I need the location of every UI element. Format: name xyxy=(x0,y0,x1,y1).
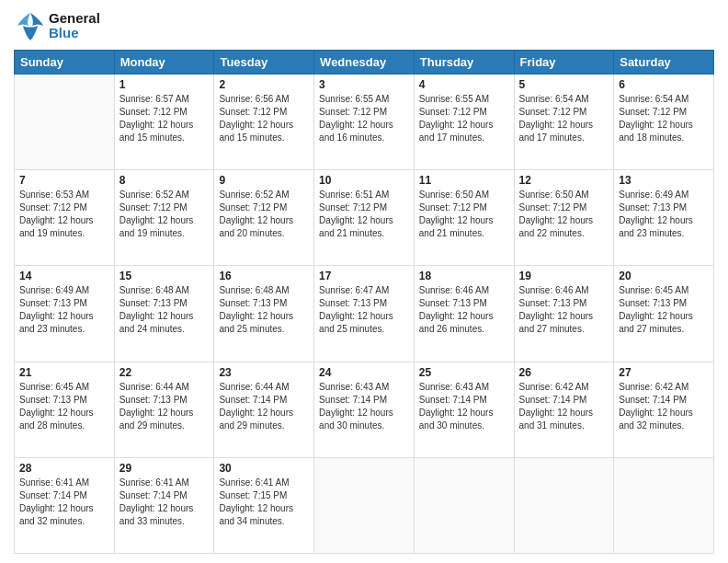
calendar-cell: 27Sunrise: 6:42 AMSunset: 7:14 PMDayligh… xyxy=(614,362,714,457)
calendar-cell: 30Sunrise: 6:41 AMSunset: 7:15 PMDayligh… xyxy=(214,457,314,553)
sunset-text: Sunset: 7:13 PM xyxy=(319,297,409,310)
sunrise-text: Sunrise: 6:55 AM xyxy=(419,93,509,106)
day-number: 13 xyxy=(619,174,709,187)
daylight-text-2: and 15 minutes. xyxy=(219,132,309,144)
header: General Blue xyxy=(14,9,714,42)
day-info: Sunrise: 6:47 AMSunset: 7:13 PMDaylight:… xyxy=(319,284,409,336)
daylight-text-2: and 23 minutes. xyxy=(19,323,109,336)
daylight-text-2: and 27 minutes. xyxy=(619,323,709,336)
sunset-text: Sunset: 7:13 PM xyxy=(19,394,109,407)
day-number: 17 xyxy=(319,270,409,282)
daylight-text-2: and 21 minutes. xyxy=(319,227,409,240)
day-number: 24 xyxy=(319,366,409,379)
daylight-text-2: and 22 minutes. xyxy=(519,227,609,240)
sunrise-text: Sunrise: 6:49 AM xyxy=(619,189,709,201)
daylight-text-2: and 28 minutes. xyxy=(19,419,109,432)
sunset-text: Sunset: 7:12 PM xyxy=(119,201,210,214)
day-info: Sunrise: 6:42 AMSunset: 7:14 PMDaylight:… xyxy=(619,381,709,432)
week-row-1: 1Sunrise: 6:57 AMSunset: 7:12 PMDaylight… xyxy=(15,75,714,170)
daylight-text-2: and 17 minutes. xyxy=(519,132,609,144)
daylight-text-2: and 29 minutes. xyxy=(219,419,309,432)
sunrise-text: Sunrise: 6:48 AM xyxy=(219,284,309,297)
day-info: Sunrise: 6:43 AMSunset: 7:14 PMDaylight:… xyxy=(419,381,509,432)
daylight-text-2: and 19 minutes. xyxy=(19,227,109,240)
week-row-3: 14Sunrise: 6:49 AMSunset: 7:13 PMDayligh… xyxy=(15,266,714,362)
daylight-text-2: and 33 minutes. xyxy=(119,515,210,528)
daylight-text: Daylight: 12 hours xyxy=(119,310,210,323)
sunrise-text: Sunrise: 6:41 AM xyxy=(119,477,210,489)
sunrise-text: Sunrise: 6:46 AM xyxy=(419,284,509,297)
daylight-text: Daylight: 12 hours xyxy=(319,310,409,323)
sunset-text: Sunset: 7:12 PM xyxy=(219,106,309,119)
calendar-cell: 23Sunrise: 6:44 AMSunset: 7:14 PMDayligh… xyxy=(214,362,314,457)
day-number: 30 xyxy=(219,462,309,475)
daylight-text: Daylight: 12 hours xyxy=(419,310,509,323)
day-info: Sunrise: 6:52 AMSunset: 7:12 PMDaylight:… xyxy=(119,189,210,240)
daylight-text: Daylight: 12 hours xyxy=(219,214,309,227)
day-number: 27 xyxy=(619,366,709,379)
calendar-cell: 8Sunrise: 6:52 AMSunset: 7:12 PMDaylight… xyxy=(114,170,214,266)
week-row-5: 28Sunrise: 6:41 AMSunset: 7:14 PMDayligh… xyxy=(15,457,714,553)
daylight-text-2: and 27 minutes. xyxy=(519,323,609,336)
day-info: Sunrise: 6:43 AMSunset: 7:14 PMDaylight:… xyxy=(319,381,409,432)
day-number: 8 xyxy=(119,174,210,187)
day-header-row: SundayMondayTuesdayWednesdayThursdayFrid… xyxy=(15,51,714,75)
daylight-text-2: and 34 minutes. xyxy=(219,515,309,528)
day-info: Sunrise: 6:45 AMSunset: 7:13 PMDaylight:… xyxy=(19,381,109,432)
daylight-text: Daylight: 12 hours xyxy=(19,502,109,515)
daylight-text: Daylight: 12 hours xyxy=(19,407,109,419)
page: General Blue SundayMondayTuesdayWednesda… xyxy=(0,0,728,563)
day-number: 16 xyxy=(219,270,309,282)
sunset-text: Sunset: 7:13 PM xyxy=(119,394,210,407)
calendar-cell: 10Sunrise: 6:51 AMSunset: 7:12 PMDayligh… xyxy=(314,170,415,266)
day-info: Sunrise: 6:48 AMSunset: 7:13 PMDaylight:… xyxy=(219,284,309,336)
daylight-text-2: and 19 minutes. xyxy=(119,227,210,240)
sunset-text: Sunset: 7:12 PM xyxy=(319,201,409,214)
calendar-cell xyxy=(15,75,115,170)
calendar-cell xyxy=(414,457,514,553)
daylight-text: Daylight: 12 hours xyxy=(319,214,409,227)
daylight-text: Daylight: 12 hours xyxy=(319,407,409,419)
day-number: 20 xyxy=(619,270,709,282)
daylight-text-2: and 32 minutes. xyxy=(19,515,109,528)
calendar-cell: 26Sunrise: 6:42 AMSunset: 7:14 PMDayligh… xyxy=(514,362,614,457)
sunset-text: Sunset: 7:14 PM xyxy=(319,394,409,407)
sunrise-text: Sunrise: 6:52 AM xyxy=(219,189,309,201)
daylight-text-2: and 25 minutes. xyxy=(319,323,409,336)
day-info: Sunrise: 6:46 AMSunset: 7:13 PMDaylight:… xyxy=(419,284,509,336)
calendar-cell: 11Sunrise: 6:50 AMSunset: 7:12 PMDayligh… xyxy=(414,170,514,266)
sunrise-text: Sunrise: 6:45 AM xyxy=(19,381,109,394)
daylight-text-2: and 30 minutes. xyxy=(319,419,409,432)
daylight-text-2: and 30 minutes. xyxy=(419,419,509,432)
calendar-cell: 21Sunrise: 6:45 AMSunset: 7:13 PMDayligh… xyxy=(15,362,115,457)
calendar-cell: 20Sunrise: 6:45 AMSunset: 7:13 PMDayligh… xyxy=(614,266,714,362)
day-number: 28 xyxy=(19,462,109,475)
sunrise-text: Sunrise: 6:48 AM xyxy=(119,284,210,297)
sunrise-text: Sunrise: 6:42 AM xyxy=(619,381,709,394)
week-row-4: 21Sunrise: 6:45 AMSunset: 7:13 PMDayligh… xyxy=(15,362,714,457)
day-info: Sunrise: 6:53 AMSunset: 7:12 PMDaylight:… xyxy=(19,189,109,240)
sunrise-text: Sunrise: 6:50 AM xyxy=(419,189,509,201)
daylight-text: Daylight: 12 hours xyxy=(619,119,709,132)
calendar-cell xyxy=(614,457,714,553)
sunset-text: Sunset: 7:14 PM xyxy=(519,394,609,407)
day-number: 6 xyxy=(619,78,709,91)
day-info: Sunrise: 6:56 AMSunset: 7:12 PMDaylight:… xyxy=(219,93,309,144)
sunrise-text: Sunrise: 6:56 AM xyxy=(219,93,309,106)
daylight-text-2: and 31 minutes. xyxy=(519,419,609,432)
day-info: Sunrise: 6:45 AMSunset: 7:13 PMDaylight:… xyxy=(619,284,709,336)
sunset-text: Sunset: 7:14 PM xyxy=(419,394,509,407)
calendar-cell xyxy=(314,457,415,553)
daylight-text-2: and 26 minutes. xyxy=(419,323,509,336)
daylight-text: Daylight: 12 hours xyxy=(519,310,609,323)
sunset-text: Sunset: 7:13 PM xyxy=(419,297,509,310)
sunset-text: Sunset: 7:12 PM xyxy=(419,106,509,119)
day-info: Sunrise: 6:42 AMSunset: 7:14 PMDaylight:… xyxy=(519,381,609,432)
day-number: 26 xyxy=(519,366,609,379)
calendar-cell: 19Sunrise: 6:46 AMSunset: 7:13 PMDayligh… xyxy=(514,266,614,362)
daylight-text: Daylight: 12 hours xyxy=(619,407,709,419)
calendar-cell: 12Sunrise: 6:50 AMSunset: 7:12 PMDayligh… xyxy=(514,170,614,266)
day-info: Sunrise: 6:52 AMSunset: 7:12 PMDaylight:… xyxy=(219,189,309,240)
sunset-text: Sunset: 7:14 PM xyxy=(119,489,210,502)
day-info: Sunrise: 6:54 AMSunset: 7:12 PMDaylight:… xyxy=(519,93,609,144)
